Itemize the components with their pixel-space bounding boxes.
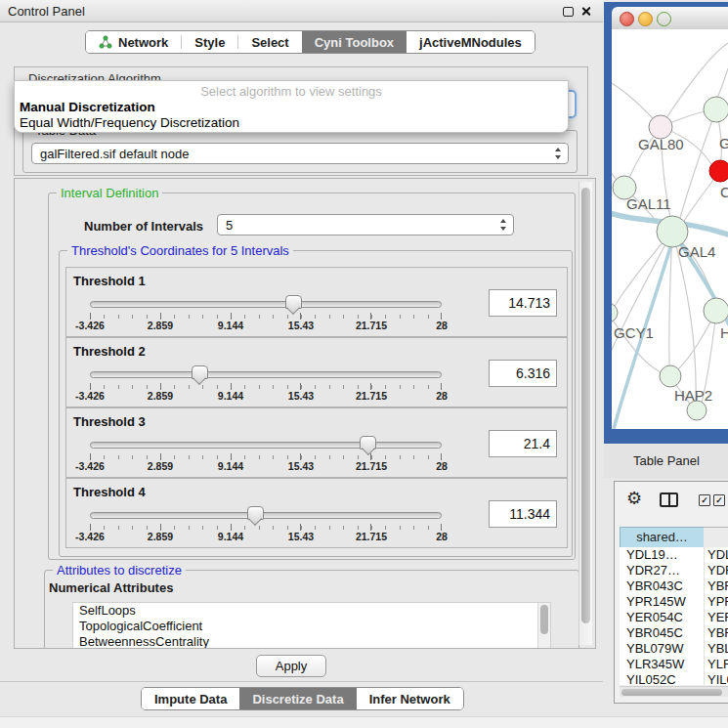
cell-name[interactable]: YBL0 — [707, 641, 728, 656]
column-header-name[interactable]: na — [704, 527, 728, 549]
table-row[interactable]: YDL19… YDL1 — [620, 547, 728, 563]
scrollbar-thumb[interactable] — [540, 605, 548, 634]
cell-name[interactable]: YPR1 — [707, 594, 728, 609]
table-panel-window: ⚙ ✓ ✓ shared… na YDL19… YDL1 YDR27… YDR2… — [614, 481, 728, 704]
float-window-icon[interactable] — [563, 7, 574, 17]
threshold-4-value-field[interactable]: 11.344 — [489, 500, 557, 528]
close-icon[interactable] — [580, 6, 591, 17]
number-of-intervals-combobox[interactable]: 5 — [217, 214, 514, 236]
cell-name[interactable]: YER0 — [707, 610, 728, 624]
table-horizontal-scrollbar[interactable] — [620, 686, 728, 697]
threshold-2-box: Threshold 2 -3.426 2.859 9.144 15.43 21.… — [65, 337, 568, 407]
node-bottom[interactable] — [687, 401, 707, 420]
tick-label: 28 — [436, 460, 448, 472]
tab-jactivemnodules[interactable]: jActiveMNodules — [407, 31, 535, 53]
slider-tick-labels: -3.426 2.859 9.144 15.43 21.715 28 — [90, 390, 442, 402]
cell-name[interactable]: YBR0 — [707, 625, 728, 640]
list-item[interactable]: SelfLoops — [73, 603, 550, 619]
traffic-light-zoom-icon[interactable] — [657, 12, 671, 26]
list-item[interactable]: BetweennessCentrality — [73, 634, 550, 649]
tick-label: 9.144 — [218, 460, 243, 472]
table-row[interactable]: YLR345W YLR3 — [620, 657, 728, 672]
slider-thumb[interactable] — [360, 436, 376, 450]
list-scrollbar[interactable] — [537, 603, 550, 649]
tick-label: -3.426 — [75, 390, 105, 402]
cell-shared-name[interactable]: YBR045C — [626, 625, 703, 640]
table-row[interactable]: YBR045C YBR0 — [620, 625, 728, 641]
network-window-titlebar[interactable] — [612, 7, 728, 30]
table-data-combobox[interactable]: galFiltered.sif default node — [31, 143, 569, 164]
column-header-shared[interactable]: shared… — [620, 527, 705, 549]
gear-icon[interactable]: ⚙ — [626, 490, 642, 507]
cell-shared-name[interactable]: YDL19… — [626, 547, 703, 562]
cell-shared-name[interactable]: YER054C — [626, 610, 703, 624]
network-canvas[interactable]: GAL80 GA C GAL11 GAL4 GCY1 H HAP2 — [612, 29, 728, 429]
cell-name[interactable]: YIL0 — [707, 672, 728, 685]
tick-label: -3.426 — [75, 320, 105, 331]
slider-ticks — [90, 453, 442, 460]
tab-impute-data[interactable]: Impute Data — [142, 688, 239, 709]
network-icon — [99, 35, 112, 49]
list-item[interactable]: TopologicalCoefficient — [73, 619, 550, 634]
thresholds-group: Threshold's Coordinates for 5 Intervals … — [59, 250, 573, 557]
slider-thumb[interactable] — [192, 365, 208, 379]
settings-scrollbar[interactable] — [578, 182, 592, 645]
cell-shared-name[interactable]: YIL052C — [626, 672, 703, 685]
checkbox-icon[interactable]: ✓ — [699, 494, 710, 506]
node-hap2[interactable] — [660, 365, 681, 387]
algorithm-placeholder: Select algorithm to view settings — [15, 84, 568, 99]
traffic-light-close-icon[interactable] — [620, 12, 634, 26]
tab-cyni-toolbox[interactable]: Cyni Toolbox — [302, 31, 407, 53]
cell-shared-name[interactable]: YBL079W — [626, 641, 703, 656]
algorithm-option-manual[interactable]: Manual Discretization — [20, 100, 155, 114]
cell-shared-name[interactable]: YLR345W — [626, 657, 703, 671]
cell-name[interactable]: YDL1 — [707, 547, 728, 562]
slider-track[interactable] — [90, 371, 442, 378]
node-label-hap2: HAP2 — [674, 387, 712, 404]
node-label-gcy1: GCY1 — [614, 324, 654, 341]
threshold-2-value-field[interactable]: 6.316 — [489, 360, 557, 387]
table-data-group: Table Data galFiltered.sif default node — [22, 130, 578, 173]
cell-name[interactable]: YBR0 — [707, 578, 728, 593]
numerical-attributes-list: SelfLoops TopologicalCoefficient Between… — [72, 602, 551, 649]
node-red-selected[interactable] — [709, 160, 728, 182]
slider-track[interactable] — [90, 301, 442, 308]
slider-ticks — [90, 313, 442, 320]
table-row[interactable]: YPR145W YPR1 — [620, 594, 728, 610]
traffic-light-minimize-icon[interactable] — [638, 12, 653, 26]
table-row[interactable]: YIL052C YIL0 — [620, 672, 728, 685]
cell-shared-name[interactable]: YPR145W — [626, 594, 703, 609]
table-row[interactable]: YER054C YER0 — [620, 610, 728, 625]
node-top-right[interactable] — [704, 97, 728, 122]
cell-name[interactable]: YLR3 — [707, 657, 728, 671]
tab-infer-network[interactable]: Infer Network — [357, 688, 463, 709]
tab-select[interactable]: Select — [238, 31, 301, 53]
slider-track[interactable] — [90, 442, 442, 449]
threshold-1-value-field[interactable]: 14.713 — [489, 289, 557, 317]
table-row[interactable]: YBR043C YBR0 — [620, 578, 728, 594]
cell-name[interactable]: YDR2 — [707, 563, 728, 578]
tick-label: 2.859 — [148, 531, 173, 542]
tab-style[interactable]: Style — [182, 31, 237, 53]
threshold-4-label: Threshold 4 — [73, 485, 146, 499]
slider-thumb[interactable] — [285, 295, 302, 309]
algorithm-dropdown-popup: Select algorithm to view settings Manual… — [14, 80, 569, 133]
group-title-interval-definition: Interval Definition — [57, 186, 162, 200]
slider-thumb[interactable] — [247, 506, 264, 520]
tab-discretize-data[interactable]: Discretize Data — [239, 688, 356, 709]
threshold-3-value-field[interactable]: 21.4 — [489, 430, 557, 457]
node-right-mid[interactable] — [704, 298, 728, 323]
scrollbar-thumb[interactable] — [621, 689, 722, 696]
algorithm-option-equal-width[interactable]: Equal Width/Frequency Discretization — [20, 115, 239, 130]
table-row[interactable]: YBL079W YBL0 — [620, 641, 728, 657]
cell-shared-name[interactable]: YDR27… — [626, 563, 703, 578]
tab-network[interactable]: Network — [86, 31, 181, 53]
slider-track[interactable] — [90, 512, 442, 519]
scrollbar-thumb[interactable] — [581, 188, 590, 623]
checkbox-icon[interactable]: ✓ — [713, 494, 725, 506]
table-row[interactable]: YDR27… YDR2 — [620, 563, 728, 578]
apply-button[interactable]: Apply — [256, 655, 326, 677]
cell-shared-name[interactable]: YBR043C — [626, 578, 703, 593]
node-gcy1[interactable] — [612, 303, 618, 322]
split-panel-icon[interactable] — [660, 492, 678, 507]
